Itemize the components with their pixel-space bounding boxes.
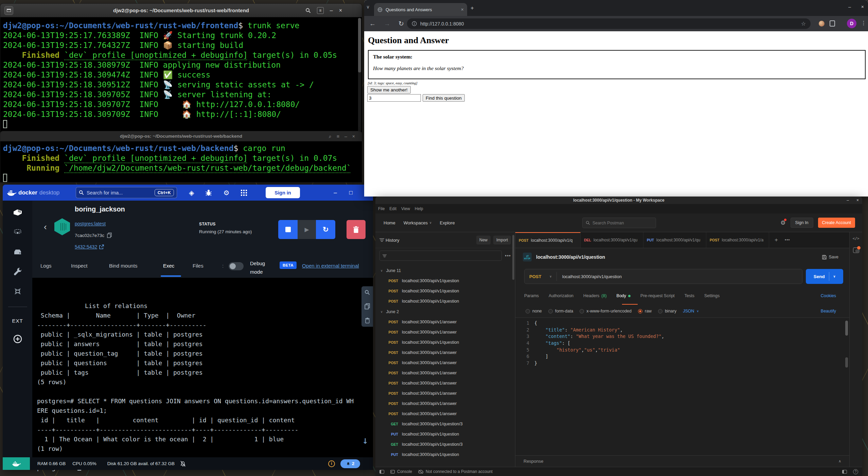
new-button[interactable]: New [476, 236, 491, 244]
history-item[interactable]: POSTlocalhost:3000/api/v1/question [375, 337, 515, 347]
bookmark-star-icon[interactable]: ☆ [801, 20, 806, 27]
scrollbar[interactable] [512, 235, 514, 280]
tab-files[interactable]: Files [193, 263, 203, 269]
history-date-group[interactable]: ∨June 11 [375, 265, 515, 276]
create-account-button[interactable]: Create Account [818, 218, 855, 228]
tab-options-icon[interactable]: ••• [785, 238, 790, 242]
scroll-to-bottom-icon[interactable]: ↓ [362, 436, 368, 445]
mode-form-data[interactable]: form-data [548, 309, 573, 313]
history-item[interactable]: POSTlocalhost:3000/api/v1/question [375, 276, 515, 286]
search-icon[interactable] [305, 8, 311, 13]
history-item[interactable]: POSTlocalhost:3000/api/v1/question [375, 296, 515, 306]
url-input-box[interactable]: POST ∨ localhost:3000/api/v1/question [524, 269, 802, 284]
cookies-link[interactable]: Cookies [821, 293, 836, 298]
send-options-chevron-icon[interactable]: ∨ [833, 275, 836, 278]
new-request-tab-icon[interactable]: + [775, 237, 778, 243]
debug-mode-toggle[interactable] [229, 262, 244, 270]
body-editor[interactable]: 1{2 "title": "American History",3 "conte… [515, 318, 849, 455]
site-info-icon[interactable] [412, 21, 417, 26]
history-item[interactable]: POSTlocalhost:3000/api/v1/answer [375, 327, 515, 337]
sidebar-volumes-icon[interactable] [13, 248, 23, 256]
copy-icon[interactable] [365, 303, 370, 309]
scrollbar[interactable] [845, 357, 848, 368]
container-port[interactable]: 5432:5432 [75, 244, 104, 250]
request-tab[interactable]: POSTlocalhost:3000/api/v1/a [706, 232, 769, 248]
history-item[interactable]: PUTlocalhost:3000/api/v1/question [375, 449, 515, 460]
request-tab[interactable]: DELlocalhost:3000/api/v1/qu [581, 232, 643, 248]
minimize-icon[interactable]: – [848, 4, 851, 10]
history-filter-field[interactable] [389, 253, 499, 258]
postman-search-input[interactable] [592, 221, 653, 225]
menu-icon[interactable]: ≡ [337, 134, 339, 139]
tab-tests[interactable]: Tests [685, 293, 694, 298]
terminal-titlebar[interactable]: djw2@pop-os: ~/Documents/web-rust/rust-w… [0, 131, 362, 141]
tab-headers[interactable]: Headers(8) [583, 293, 607, 298]
request-url[interactable]: localhost:3000/api/v1/question [562, 274, 622, 279]
settings-gear-icon[interactable]: ⚙ [223, 189, 229, 197]
sidebar-extensions-label[interactable]: EXT [12, 318, 23, 324]
menu-icon[interactable]: ≡ [317, 7, 324, 14]
info-icon[interactable]: i [328, 460, 335, 467]
code-snippet-icon[interactable]: </> [853, 236, 860, 241]
close-icon[interactable]: × [352, 134, 355, 139]
tab-pre-request-script[interactable]: Pre-request Script [640, 293, 675, 298]
sidebar-filter-icon[interactable] [379, 238, 384, 242]
mode-none[interactable]: none [526, 309, 542, 313]
apps-grid-icon[interactable] [241, 190, 247, 196]
mode-binary[interactable]: binary [658, 309, 676, 313]
sidebar-images-icon[interactable] [13, 228, 23, 237]
docker-engine-whale-button[interactable] [3, 457, 30, 470]
terminal-titlebar[interactable]: djw2@pop-os: ~/Documents/web-rust/rust-w… [0, 4, 362, 17]
tab-body[interactable]: Body [617, 293, 631, 298]
format-select[interactable]: JSON∨ [683, 309, 699, 313]
send-button[interactable]: Send ∨ [806, 269, 843, 284]
trash-icon[interactable] [365, 318, 370, 323]
find-question-button[interactable]: Find this question [423, 94, 465, 102]
history-item[interactable]: POSTlocalhost:3000/api/v1/answer [375, 358, 515, 368]
more-actions-icon[interactable]: ••• [505, 253, 511, 258]
sidebar-builds-icon[interactable] [13, 267, 23, 276]
tab-logs[interactable]: Logs [40, 263, 52, 269]
postman-titlebar[interactable]: localhost:3000/api/v1/question - My Work… [375, 197, 862, 204]
deploy-icon[interactable]: ◈ [189, 189, 194, 197]
bug-icon[interactable] [206, 189, 212, 196]
extensions-icon[interactable] [830, 20, 835, 27]
restart-container-button[interactable]: ↻ [316, 220, 335, 239]
profile-avatar[interactable]: D [847, 19, 856, 28]
new-window-icon[interactable] [4, 6, 13, 15]
history-item[interactable]: PUTlocalhost:3000/api/v1/question [375, 429, 515, 439]
postman-search-bar[interactable] [582, 218, 656, 228]
tab-exec[interactable]: Exec [163, 263, 174, 269]
exec-terminal[interactable]: List of relations Schema | Name | Type |… [32, 278, 373, 457]
url-text[interactable]: http://127.0.0.1:8080 [420, 21, 798, 27]
chevron-down-icon[interactable]: ∨ [549, 275, 552, 278]
browser-menu-icon[interactable]: ⋮ [861, 20, 866, 26]
history-item[interactable]: POSTlocalhost:3000/api/v1/question [375, 286, 515, 296]
sidebar-containers-icon[interactable] [13, 208, 23, 217]
method-select[interactable]: POST [529, 274, 541, 279]
split-panel-icon[interactable] [842, 470, 847, 474]
history-item[interactable]: POSTlocalhost:3000/api/v1/answer [375, 378, 515, 388]
scrollbar[interactable] [845, 321, 848, 336]
history-item[interactable]: POSTlocalhost:3000/api/v1/answer [375, 409, 515, 419]
sidebar-toggle-icon[interactable] [379, 470, 384, 474]
menu-view[interactable]: View [401, 206, 410, 211]
open-external-terminal-link[interactable]: Open in external terminal [302, 263, 359, 269]
mode-raw[interactable]: raw [638, 309, 652, 313]
back-chevron-icon[interactable]: ‹ [44, 222, 47, 232]
tab-close-icon[interactable]: × [461, 7, 464, 12]
container-image-link[interactable]: postgres:latest [75, 221, 106, 226]
copy-icon[interactable] [107, 233, 112, 238]
address-bar[interactable]: http://127.0.0.1:8080 ☆ [407, 18, 811, 29]
browser-tab[interactable]: Questions and Answers × [374, 3, 467, 16]
save-button[interactable]: Save [822, 255, 839, 259]
history-item[interactable]: GETlocalhost:3000/api/v1/question/3 [375, 419, 515, 429]
import-button[interactable]: Import [493, 236, 511, 244]
sidebar-dev-environments-icon[interactable] [13, 287, 23, 296]
close-icon[interactable]: × [856, 198, 859, 203]
history-item[interactable]: POSTlocalhost:3000/api/v1/answer [375, 368, 515, 378]
history-item[interactable]: POSTlocalhost:3000/api/v1/answer [375, 398, 515, 409]
menu-file[interactable]: File [378, 206, 385, 211]
show-another-button[interactable]: Show me another! [367, 86, 411, 94]
tab-inspect[interactable]: Inspect [71, 263, 87, 269]
